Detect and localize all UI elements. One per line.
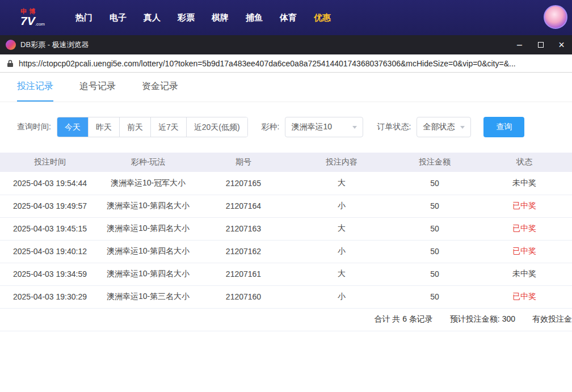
lottery-filter-label: 彩种: [262, 122, 280, 132]
logo-text-main: 7V [20, 14, 35, 27]
bet-amount-cell: 50 [393, 172, 477, 195]
time-option-5[interactable]: 近20天(低频) [187, 117, 247, 137]
summary-bar: 合计 共 6 条记录 预计投注金额: 300 有效投注金 [0, 309, 572, 331]
summary-total: 合计 共 6 条记录 [374, 314, 432, 324]
nav-item-5[interactable]: 棋牌 [203, 12, 237, 23]
time-option-1[interactable]: 今天 [57, 117, 89, 137]
bet-amount-cell: 50 [393, 285, 477, 308]
issue-cell: 21207163 [196, 217, 291, 240]
nav-item-6[interactable]: 捕鱼 [237, 12, 271, 23]
time-option-4[interactable]: 近7天 [151, 117, 187, 137]
nav-item-2[interactable]: 电子 [101, 12, 135, 23]
bet-amount-cell: 50 [393, 263, 477, 285]
user-avatar[interactable] [544, 5, 567, 29]
bet-time-cell: 2025-04-03 19:30:29 [0, 285, 100, 308]
issue-cell: 21207162 [196, 240, 291, 263]
issue-cell: 21207160 [196, 285, 291, 308]
table-row: 2025-04-03 19:54:44澳洲幸运10-冠军大小21207165大5… [0, 172, 572, 195]
bet-amount-cell: 50 [393, 240, 477, 263]
column-header-3: 期号 [196, 153, 291, 172]
records-table: 投注时间彩种-玩法期号投注内容投注金额状态 2025-04-03 19:54:4… [0, 153, 572, 309]
bet-amount-cell: 50 [393, 217, 477, 240]
issue-cell: 21207164 [196, 195, 291, 217]
lottery-select-value: 澳洲幸运10 [291, 122, 332, 132]
table-row: 2025-04-03 19:40:12澳洲幸运10-第四名大小21207162小… [0, 240, 572, 263]
status-cell: 未中奖 [477, 172, 572, 195]
chevron-down-icon [352, 126, 357, 129]
nav-item-3[interactable]: 真人 [135, 12, 169, 23]
maximize-icon [538, 42, 544, 48]
chevron-down-icon [460, 126, 465, 129]
bet-content-cell: 大 [291, 172, 393, 195]
bet-time-cell: 2025-04-03 19:49:57 [0, 195, 100, 217]
play-type-cell: 澳洲幸运10-冠军大小 [100, 172, 196, 195]
bet-time-cell: 2025-04-03 19:40:12 [0, 240, 100, 263]
play-type-cell: 澳洲幸运10-第四名大小 [100, 263, 196, 285]
play-type-cell: 澳洲幸运10-第四名大小 [100, 195, 196, 217]
status-select[interactable]: 全部状态 [417, 117, 471, 137]
bet-time-cell: 2025-04-03 19:34:59 [0, 263, 100, 285]
table-row: 2025-04-03 19:30:29澳洲幸运10-第三名大小21207160小… [0, 285, 572, 308]
minimize-button[interactable]: – [509, 35, 530, 54]
maximize-button[interactable] [530, 35, 551, 54]
column-header-4: 投注内容 [291, 153, 393, 172]
browser-titlebar: DB彩票 - 极速浏览器 – × [0, 35, 572, 54]
play-type-cell: 澳洲幸运10-第四名大小 [100, 240, 196, 263]
summary-valid: 有效投注金 [532, 314, 572, 324]
status-select-value: 全部状态 [423, 122, 455, 132]
column-header-1: 投注时间 [0, 153, 100, 172]
nav-item-1[interactable]: 热门 [67, 12, 101, 23]
window-controls: – × [509, 35, 572, 54]
bet-content-cell: 小 [291, 285, 393, 308]
address-bar[interactable]: https://ctopcp02pcali.uengi5e.com/lotter… [0, 54, 572, 73]
query-button[interactable]: 查询 [483, 117, 524, 137]
logo-text-suffix: .com [35, 22, 45, 27]
bet-content-cell: 小 [291, 240, 393, 263]
bet-time-cell: 2025-04-03 19:45:15 [0, 217, 100, 240]
nav-item-4[interactable]: 彩票 [169, 12, 203, 23]
lottery-select[interactable]: 澳洲幸运10 [285, 117, 363, 137]
browser-app-icon [6, 40, 16, 50]
bet-time-cell: 2025-04-03 19:54:44 [0, 172, 100, 195]
time-filter-label: 查询时间: [17, 122, 51, 132]
tab-1[interactable]: 投注记录 [17, 73, 53, 102]
column-header-2: 彩种-玩法 [100, 153, 196, 172]
play-type-cell: 澳洲幸运10-第四名大小 [100, 217, 196, 240]
status-cell: 已中奖 [477, 285, 572, 308]
summary-expected: 预计投注金额: 300 [450, 314, 515, 324]
site-header: 申博 7V.com 热门电子真人彩票棋牌捕鱼体育优惠 [0, 0, 572, 35]
nav-item-8[interactable]: 优惠 [305, 12, 339, 23]
status-cell: 已中奖 [477, 217, 572, 240]
url-text: https://ctopcp02pcali.uengi5e.com/lotter… [19, 59, 516, 68]
record-tabs: 投注记录追号记录资金记录 [0, 73, 572, 102]
column-header-6: 状态 [477, 153, 572, 172]
issue-cell: 21207165 [196, 172, 291, 195]
window-title: DB彩票 - 极速浏览器 [20, 40, 89, 50]
nav-item-7[interactable]: 体育 [271, 12, 305, 23]
bet-content-cell: 小 [291, 195, 393, 217]
column-header-5: 投注金额 [393, 153, 477, 172]
bet-amount-cell: 50 [393, 195, 477, 217]
issue-cell: 21207161 [196, 263, 291, 285]
records-tbody: 2025-04-03 19:54:44澳洲幸运10-冠军大小21207165大5… [0, 172, 572, 308]
status-cell: 已中奖 [477, 195, 572, 217]
time-option-2[interactable]: 昨天 [89, 117, 120, 137]
table-row: 2025-04-03 19:49:57澳洲幸运10-第四名大小21207164小… [0, 195, 572, 217]
tab-3[interactable]: 资金记录 [142, 73, 178, 102]
status-cell: 未中奖 [477, 263, 572, 285]
play-type-cell: 澳洲幸运10-第三名大小 [100, 285, 196, 308]
status-cell: 已中奖 [477, 240, 572, 263]
lock-icon [7, 60, 14, 68]
status-filter-label: 订单状态: [377, 122, 411, 132]
time-filter-group: 今天昨天前天近7天近20天(低频) [57, 117, 248, 137]
tab-2[interactable]: 追号记录 [79, 73, 116, 102]
bet-content-cell: 大 [291, 263, 393, 285]
table-row: 2025-04-03 19:34:59澳洲幸运10-第四名大小21207161大… [0, 263, 572, 285]
close-button[interactable]: × [551, 35, 572, 54]
time-option-3[interactable]: 前天 [120, 117, 151, 137]
bet-content-cell: 大 [291, 217, 393, 240]
table-header-row: 投注时间彩种-玩法期号投注内容投注金额状态 [0, 153, 572, 172]
site-logo[interactable]: 申博 7V.com [20, 9, 57, 27]
filter-bar: 查询时间: 今天昨天前天近7天近20天(低频) 彩种: 澳洲幸运10 订单状态:… [17, 117, 572, 137]
main-nav: 热门电子真人彩票棋牌捕鱼体育优惠 [67, 12, 339, 23]
